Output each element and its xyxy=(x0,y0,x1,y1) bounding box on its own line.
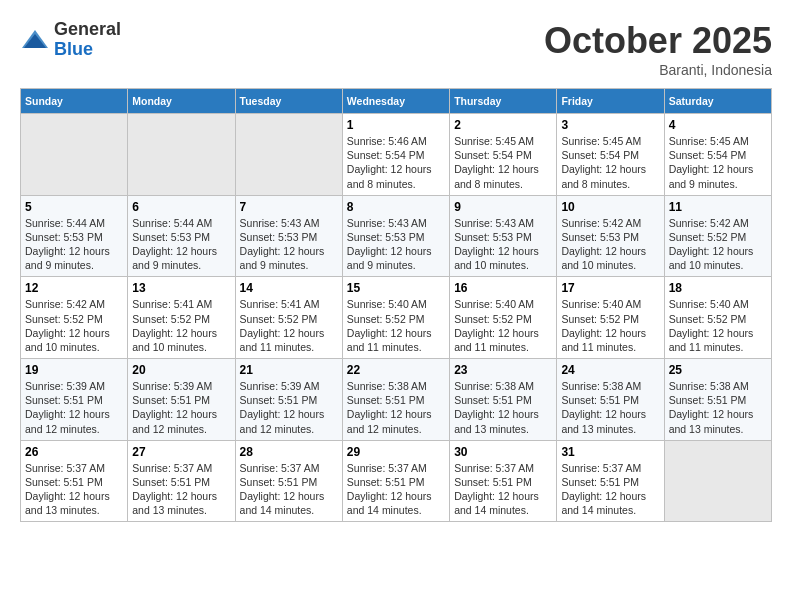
sunset-label: Sunset: 5:52 PM xyxy=(669,313,747,325)
calendar-cell xyxy=(664,440,771,522)
daylight-label: Daylight: 12 hours and 14 minutes. xyxy=(561,490,646,516)
calendar-cell: 9 Sunrise: 5:43 AM Sunset: 5:53 PM Dayli… xyxy=(450,195,557,277)
calendar-cell: 15 Sunrise: 5:40 AM Sunset: 5:52 PM Dayl… xyxy=(342,277,449,359)
day-number: 11 xyxy=(669,200,767,214)
calendar-day-header: Sunday xyxy=(21,89,128,114)
logo-icon xyxy=(20,28,50,52)
calendar-day-header: Wednesday xyxy=(342,89,449,114)
day-number: 8 xyxy=(347,200,445,214)
day-number: 6 xyxy=(132,200,230,214)
daylight-label: Daylight: 12 hours and 9 minutes. xyxy=(25,245,110,271)
daylight-label: Daylight: 12 hours and 8 minutes. xyxy=(561,163,646,189)
calendar-cell: 27 Sunrise: 5:37 AM Sunset: 5:51 PM Dayl… xyxy=(128,440,235,522)
day-number: 1 xyxy=(347,118,445,132)
daylight-label: Daylight: 12 hours and 11 minutes. xyxy=(347,327,432,353)
cell-content: Sunrise: 5:45 AM Sunset: 5:54 PM Dayligh… xyxy=(454,134,552,191)
daylight-label: Daylight: 12 hours and 14 minutes. xyxy=(347,490,432,516)
calendar-cell: 17 Sunrise: 5:40 AM Sunset: 5:52 PM Dayl… xyxy=(557,277,664,359)
sunrise-label: Sunrise: 5:37 AM xyxy=(561,462,641,474)
daylight-label: Daylight: 12 hours and 11 minutes. xyxy=(240,327,325,353)
cell-content: Sunrise: 5:43 AM Sunset: 5:53 PM Dayligh… xyxy=(347,216,445,273)
cell-content: Sunrise: 5:37 AM Sunset: 5:51 PM Dayligh… xyxy=(561,461,659,518)
cell-content: Sunrise: 5:42 AM Sunset: 5:53 PM Dayligh… xyxy=(561,216,659,273)
sunrise-label: Sunrise: 5:46 AM xyxy=(347,135,427,147)
calendar-cell: 20 Sunrise: 5:39 AM Sunset: 5:51 PM Dayl… xyxy=(128,359,235,441)
cell-content: Sunrise: 5:38 AM Sunset: 5:51 PM Dayligh… xyxy=(454,379,552,436)
sunrise-label: Sunrise: 5:38 AM xyxy=(669,380,749,392)
daylight-label: Daylight: 12 hours and 12 minutes. xyxy=(25,408,110,434)
day-number: 4 xyxy=(669,118,767,132)
daylight-label: Daylight: 12 hours and 9 minutes. xyxy=(132,245,217,271)
calendar-cell: 23 Sunrise: 5:38 AM Sunset: 5:51 PM Dayl… xyxy=(450,359,557,441)
sunrise-label: Sunrise: 5:45 AM xyxy=(561,135,641,147)
sunrise-label: Sunrise: 5:41 AM xyxy=(240,298,320,310)
sunset-label: Sunset: 5:53 PM xyxy=(132,231,210,243)
sunset-label: Sunset: 5:51 PM xyxy=(25,476,103,488)
sunrise-label: Sunrise: 5:37 AM xyxy=(240,462,320,474)
sunrise-label: Sunrise: 5:40 AM xyxy=(561,298,641,310)
sunset-label: Sunset: 5:51 PM xyxy=(132,394,210,406)
daylight-label: Daylight: 12 hours and 9 minutes. xyxy=(347,245,432,271)
daylight-label: Daylight: 12 hours and 11 minutes. xyxy=(669,327,754,353)
cell-content: Sunrise: 5:37 AM Sunset: 5:51 PM Dayligh… xyxy=(454,461,552,518)
cell-content: Sunrise: 5:38 AM Sunset: 5:51 PM Dayligh… xyxy=(347,379,445,436)
calendar-cell: 7 Sunrise: 5:43 AM Sunset: 5:53 PM Dayli… xyxy=(235,195,342,277)
daylight-label: Daylight: 12 hours and 10 minutes. xyxy=(669,245,754,271)
sunset-label: Sunset: 5:51 PM xyxy=(240,394,318,406)
daylight-label: Daylight: 12 hours and 12 minutes. xyxy=(347,408,432,434)
daylight-label: Daylight: 12 hours and 12 minutes. xyxy=(132,408,217,434)
calendar-cell: 13 Sunrise: 5:41 AM Sunset: 5:52 PM Dayl… xyxy=(128,277,235,359)
sunset-label: Sunset: 5:51 PM xyxy=(347,476,425,488)
cell-content: Sunrise: 5:37 AM Sunset: 5:51 PM Dayligh… xyxy=(25,461,123,518)
sunset-label: Sunset: 5:52 PM xyxy=(561,313,639,325)
day-number: 22 xyxy=(347,363,445,377)
calendar-week-row: 5 Sunrise: 5:44 AM Sunset: 5:53 PM Dayli… xyxy=(21,195,772,277)
title-area: October 2025 Baranti, Indonesia xyxy=(544,20,772,78)
sunrise-label: Sunrise: 5:43 AM xyxy=(347,217,427,229)
sunset-label: Sunset: 5:51 PM xyxy=(240,476,318,488)
page-header: General Blue October 2025 Baranti, Indon… xyxy=(20,20,772,78)
daylight-label: Daylight: 12 hours and 13 minutes. xyxy=(561,408,646,434)
day-number: 12 xyxy=(25,281,123,295)
sunset-label: Sunset: 5:51 PM xyxy=(25,394,103,406)
sunset-label: Sunset: 5:51 PM xyxy=(454,394,532,406)
daylight-label: Daylight: 12 hours and 12 minutes. xyxy=(240,408,325,434)
cell-content: Sunrise: 5:37 AM Sunset: 5:51 PM Dayligh… xyxy=(132,461,230,518)
sunrise-label: Sunrise: 5:40 AM xyxy=(669,298,749,310)
sunset-label: Sunset: 5:52 PM xyxy=(132,313,210,325)
sunrise-label: Sunrise: 5:42 AM xyxy=(25,298,105,310)
cell-content: Sunrise: 5:40 AM Sunset: 5:52 PM Dayligh… xyxy=(347,297,445,354)
sunrise-label: Sunrise: 5:39 AM xyxy=(240,380,320,392)
calendar-cell: 11 Sunrise: 5:42 AM Sunset: 5:52 PM Dayl… xyxy=(664,195,771,277)
calendar-cell: 24 Sunrise: 5:38 AM Sunset: 5:51 PM Dayl… xyxy=(557,359,664,441)
month-title: October 2025 xyxy=(544,20,772,62)
calendar-cell: 26 Sunrise: 5:37 AM Sunset: 5:51 PM Dayl… xyxy=(21,440,128,522)
calendar-cell: 21 Sunrise: 5:39 AM Sunset: 5:51 PM Dayl… xyxy=(235,359,342,441)
sunrise-label: Sunrise: 5:43 AM xyxy=(240,217,320,229)
cell-content: Sunrise: 5:38 AM Sunset: 5:51 PM Dayligh… xyxy=(669,379,767,436)
daylight-label: Daylight: 12 hours and 11 minutes. xyxy=(454,327,539,353)
calendar-day-header: Saturday xyxy=(664,89,771,114)
sunrise-label: Sunrise: 5:38 AM xyxy=(347,380,427,392)
sunset-label: Sunset: 5:51 PM xyxy=(561,476,639,488)
calendar-cell xyxy=(128,114,235,196)
calendar-cell: 14 Sunrise: 5:41 AM Sunset: 5:52 PM Dayl… xyxy=(235,277,342,359)
daylight-label: Daylight: 12 hours and 14 minutes. xyxy=(454,490,539,516)
sunset-label: Sunset: 5:51 PM xyxy=(132,476,210,488)
daylight-label: Daylight: 12 hours and 13 minutes. xyxy=(25,490,110,516)
calendar-cell: 29 Sunrise: 5:37 AM Sunset: 5:51 PM Dayl… xyxy=(342,440,449,522)
sunrise-label: Sunrise: 5:44 AM xyxy=(132,217,212,229)
calendar-cell: 31 Sunrise: 5:37 AM Sunset: 5:51 PM Dayl… xyxy=(557,440,664,522)
cell-content: Sunrise: 5:40 AM Sunset: 5:52 PM Dayligh… xyxy=(454,297,552,354)
daylight-label: Daylight: 12 hours and 10 minutes. xyxy=(454,245,539,271)
sunset-label: Sunset: 5:53 PM xyxy=(347,231,425,243)
sunset-label: Sunset: 5:54 PM xyxy=(454,149,532,161)
day-number: 9 xyxy=(454,200,552,214)
cell-content: Sunrise: 5:39 AM Sunset: 5:51 PM Dayligh… xyxy=(132,379,230,436)
day-number: 30 xyxy=(454,445,552,459)
sunrise-label: Sunrise: 5:37 AM xyxy=(132,462,212,474)
calendar-cell: 6 Sunrise: 5:44 AM Sunset: 5:53 PM Dayli… xyxy=(128,195,235,277)
logo-text: General Blue xyxy=(54,20,121,60)
sunrise-label: Sunrise: 5:39 AM xyxy=(25,380,105,392)
calendar-cell: 10 Sunrise: 5:42 AM Sunset: 5:53 PM Dayl… xyxy=(557,195,664,277)
